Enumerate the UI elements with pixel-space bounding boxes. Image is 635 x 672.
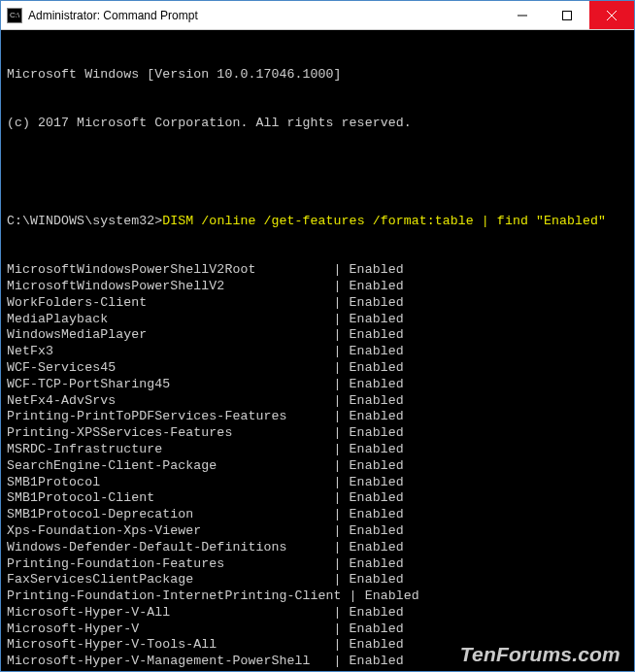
feature-row: FaxServicesClientPackage | Enabled (7, 572, 628, 588)
prompt: C:\WINDOWS\system32> (7, 214, 162, 230)
feature-row: Xps-Foundation-Xps-Viewer | Enabled (7, 523, 628, 540)
maximize-button[interactable] (545, 1, 589, 29)
feature-row: WCF-Services45 | Enabled (7, 360, 628, 377)
feature-row: Windows-Defender-Default-Definitions | E… (7, 540, 628, 556)
feature-row: Microsoft-Hyper-V | Enabled (7, 622, 628, 638)
feature-row: Printing-XPSServices-Features | Enabled (7, 425, 628, 442)
command-text: DISM /online /get-features /format:table… (162, 214, 606, 230)
cmd-icon: C:\ (7, 8, 22, 23)
feature-row: WCF-TCP-PortSharing45 | Enabled (7, 377, 628, 393)
window-controls (500, 1, 634, 29)
feature-row: Printing-PrintToPDFServices-Features | E… (7, 409, 628, 425)
feature-row: SMB1Protocol-Deprecation | Enabled (7, 507, 628, 523)
blank-line (7, 164, 628, 181)
feature-row: MicrosoftWindowsPowerShellV2Root | Enabl… (7, 262, 628, 279)
feature-row: SMB1Protocol | Enabled (7, 475, 628, 491)
command-prompt-window: C:\ Administrator: Command Prompt Micros… (0, 0, 635, 672)
feature-row: Printing-Foundation-InternetPrinting-Cli… (7, 588, 628, 605)
command-line: C:\WINDOWS\system32>DISM /online /get-fe… (7, 214, 628, 230)
feature-row: MediaPlayback | Enabled (7, 312, 628, 328)
feature-row: SMB1Protocol-Client | Enabled (7, 490, 628, 507)
feature-row: SearchEngine-Client-Package | Enabled (7, 458, 628, 475)
feature-row: MSRDC-Infrastructure | Enabled (7, 442, 628, 458)
feature-row: Microsoft-Hyper-V-Management-Clients | E… (7, 670, 628, 671)
feature-row: MicrosoftWindowsPowerShellV2 | Enabled (7, 279, 628, 295)
feature-row: WindowsMediaPlayer | Enabled (7, 327, 628, 344)
version-line: Microsoft Windows [Version 10.0.17046.10… (7, 67, 628, 84)
close-button[interactable] (589, 1, 634, 29)
feature-row: Printing-Foundation-Features | Enabled (7, 556, 628, 573)
svg-rect-1 (563, 11, 572, 19)
terminal-output[interactable]: Microsoft Windows [Version 10.0.17046.10… (1, 30, 634, 671)
feature-row: Microsoft-Hyper-V-All | Enabled (7, 605, 628, 622)
window-title: Administrator: Command Prompt (28, 9, 500, 22)
feature-row: WorkFolders-Client | Enabled (7, 295, 628, 312)
feature-row: NetFx3 | Enabled (7, 344, 628, 360)
watermark: TenForums.com (460, 647, 620, 663)
titlebar[interactable]: C:\ Administrator: Command Prompt (1, 1, 634, 30)
copyright-line: (c) 2017 Microsoft Corporation. All righ… (7, 116, 628, 132)
minimize-button[interactable] (500, 1, 545, 29)
feature-row: NetFx4-AdvSrvs | Enabled (7, 393, 628, 410)
